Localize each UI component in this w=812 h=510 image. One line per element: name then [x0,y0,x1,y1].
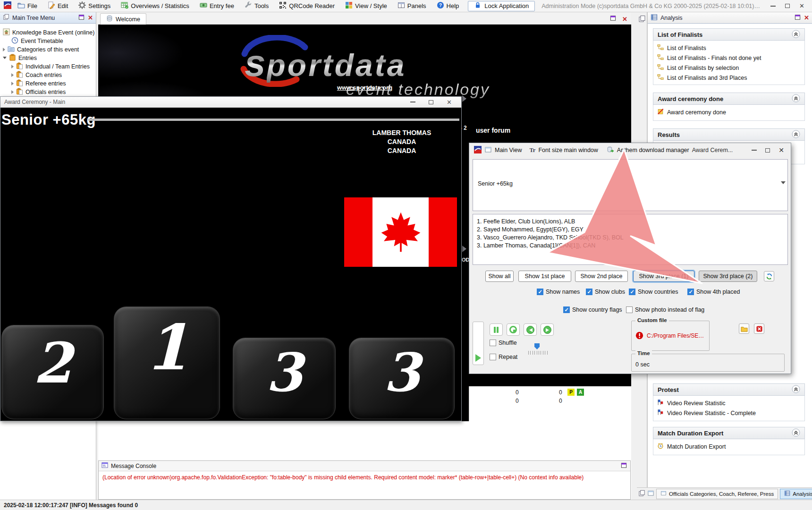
menu-entry-fee[interactable]: Entry fee [195,0,238,12]
report-link[interactable]: List of Finalists [657,43,801,53]
collapse-chevron-icon[interactable] [792,130,800,140]
tab-welcome[interactable]: Welcome [100,13,146,25]
section-protest[interactable]: Protest [653,383,805,396]
tab-analysis[interactable]: Analysis [780,489,812,499]
maximize-icon[interactable] [765,148,770,153]
expander-icon[interactable] [11,73,14,77]
menu-file[interactable]: File [13,0,42,12]
tree-item-officials-entries[interactable]: Officials entries [11,88,66,96]
menu-panels[interactable]: Panels [393,0,431,12]
expander-icon[interactable] [11,90,14,94]
category-combobox[interactable]: Senior +65kg [473,159,788,211]
tree-item-categories[interactable]: Categories of this event [3,45,79,53]
maximize-icon[interactable] [785,4,790,8]
tab-officials-categories[interactable]: Officials Categories, Coach, Referee, Pr… [656,489,778,499]
expander-open-icon[interactable] [3,57,7,59]
sportdata-link[interactable]: www.sportdata.org [98,84,631,91]
toolbar-award-ceremony[interactable]: Award Cerem... [692,147,733,153]
collapse-chevron-icon[interactable] [792,30,800,40]
close-icon[interactable]: ✕ [778,146,784,154]
report-link[interactable]: List of Finalists - Finals not done yet [657,53,801,63]
maximize-icon[interactable] [429,100,433,104]
tree-item-knowledge-base[interactable]: Knowledge Base Event (online) [3,28,94,36]
tree-item-entries[interactable]: Entries [3,54,37,62]
previous-button[interactable] [524,323,537,336]
close-icon[interactable]: ✕ [799,2,804,9]
restore-window-icon[interactable] [620,462,627,470]
show-1st-place-button[interactable]: Show 1st place [518,271,571,282]
close-panel-icon[interactable]: ✕ [804,14,809,21]
minimize-icon[interactable] [752,150,757,151]
browse-file-button[interactable] [739,323,749,334]
tree-item-coach-entries[interactable]: Coach entries [11,71,62,79]
show-names-checkbox[interactable] [537,289,543,295]
restore-window-icon[interactable] [794,14,801,22]
close-icon[interactable]: ✕ [447,99,452,106]
report-link[interactable]: List of Finalists by selection [657,63,801,73]
next-button[interactable] [541,323,554,336]
layers-icon[interactable] [638,490,645,498]
report-link[interactable]: List of Finalists and 3rd Places [657,73,801,83]
tree-item-referee-entries[interactable]: Referee entries [11,79,66,87]
expander-icon[interactable] [11,82,14,85]
chevron-down-icon[interactable] [781,181,786,184]
close-panel-icon[interactable]: ✕ [88,14,93,21]
report-link[interactable]: Award ceremony done [657,107,801,117]
menu-settings[interactable]: Settings [74,0,115,12]
show-2nd-place-button[interactable]: Show 2nd place [575,271,628,282]
stop-button[interactable] [507,323,520,336]
menu-qrcode-reader[interactable]: QRCode Reader [275,0,339,12]
section-list-of-finalists[interactable]: List of Finalists [653,28,805,41]
repeat-checkbox[interactable] [490,354,496,360]
clear-file-button[interactable] [754,323,764,334]
menu-overviews-statistics[interactable]: Overviews / Statistics [117,0,194,12]
toolbar-font-size[interactable]: Font size main window [538,147,598,153]
play-button[interactable] [473,322,484,365]
menu-edit[interactable]: Edit [43,0,72,12]
minimize-icon[interactable] [770,6,776,7]
collapse-chevron-icon[interactable] [792,94,800,104]
toolbar-anthem-manager[interactable]: Anthem download manager [617,147,689,153]
results-list[interactable]: 1. Feefle Elder, Club Lion(Lions), ALB 2… [473,214,788,265]
section-results[interactable]: Results [653,128,805,141]
show-4th-placed-checkbox[interactable] [687,289,694,295]
podium-number: 3 [266,341,303,403]
toolbar-main-view[interactable]: Main View [495,147,522,153]
report-link[interactable]: Video Review Statistic [657,398,801,408]
show-all-button[interactable]: Show all [485,271,514,282]
report-link[interactable]: Match Duration Export [657,442,801,451]
shuffle-checkbox[interactable] [490,340,496,346]
restore-window-icon[interactable] [78,14,85,22]
award-window-titlebar[interactable]: Award Ceremony - Main ✕ [0,97,461,108]
scroll-arrow-icon[interactable] [462,95,466,102]
close-pane-icon[interactable]: ✕ [622,16,627,23]
lock-application-button[interactable]: Lock Application [468,1,535,11]
show-photo-checkbox[interactable] [626,306,633,313]
tree-item-event-timetable[interactable]: Event Timetable [11,37,63,45]
show-country-flags-checkbox[interactable] [563,306,570,313]
show-3rd-place-1-button[interactable]: Show 3rd place (1) [633,271,694,282]
pause-button[interactable] [490,323,503,336]
report-link[interactable]: Video Review Statistic - Complete [657,408,801,418]
refresh-button[interactable] [764,271,774,281]
section-match-duration-export[interactable]: Match Duration Export [653,427,805,439]
expander-icon[interactable] [11,65,14,68]
show-3rd-place-2-button[interactable]: Show 3rd place (2) [699,271,757,282]
panel-window-icon[interactable] [647,490,654,498]
show-clubs-checkbox[interactable] [586,289,592,295]
menu-view-style[interactable]: View / Style [341,0,391,12]
layers-icon[interactable] [638,15,646,24]
volume-slider-handle[interactable] [534,343,540,349]
section-award-ceremony-done[interactable]: Award ceremony done [653,93,805,105]
menu-tools[interactable]: Tools [240,0,273,12]
restore-window-icon[interactable] [609,15,617,23]
menu-help[interactable]: Help [432,0,464,12]
tree-item-individual-team[interactable]: Individual / Team Entries [11,62,90,70]
scroll-arrow-icon[interactable] [462,246,466,252]
minimize-icon[interactable] [410,102,415,102]
collapse-chevron-icon[interactable] [792,385,800,395]
show-countries-checkbox[interactable] [629,289,635,295]
expander-icon[interactable] [3,48,5,51]
delete-icon [756,325,763,332]
collapse-chevron-icon[interactable] [792,428,800,438]
